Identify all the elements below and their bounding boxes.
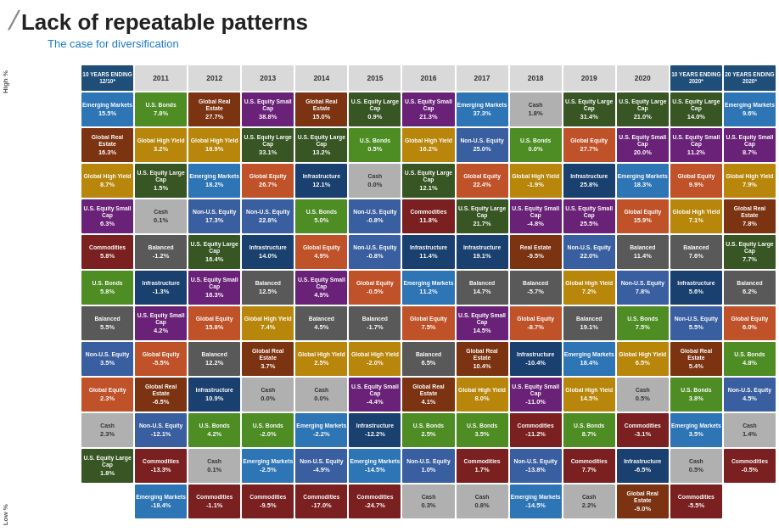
cell-value: 11.4% bbox=[634, 252, 652, 260]
data-cell-r11-c11: Commodities-5.5% bbox=[670, 484, 722, 518]
data-cell-r7-c11: Global Real Estate5.4% bbox=[670, 342, 722, 376]
data-cell-r5-c3: Balanced12.5% bbox=[242, 271, 294, 305]
cell-asset-name: U.S. Equity Large Cap bbox=[136, 170, 186, 183]
data-cell-r3-c6: Commodities11.8% bbox=[402, 199, 454, 233]
cell-asset-name: Emerging Markets bbox=[618, 173, 668, 180]
data-cell-r9-c5: Infrastructure-12.2% bbox=[349, 413, 401, 447]
cell-asset-name: Infrastructure bbox=[196, 387, 233, 394]
cell-value: 0.1% bbox=[207, 466, 221, 473]
row-rank-3 bbox=[19, 199, 80, 233]
data-cell-r10-c9: Commodities7.7% bbox=[563, 449, 615, 483]
cell-asset-name: Emerging Markets bbox=[671, 423, 721, 429]
cell-value: 16.3% bbox=[98, 148, 116, 156]
cell-value: 0.0% bbox=[529, 145, 543, 153]
cell-asset-name: U.S. Bonds bbox=[145, 102, 176, 109]
slash-decoration: / bbox=[7, 7, 21, 34]
cell-value: 7.8% bbox=[636, 288, 650, 295]
data-cell-r4-c9: Non-U.S. Equity22.0% bbox=[563, 235, 615, 269]
data-cell-r1-c3: U.S. Equity Large Cap33.1% bbox=[242, 128, 294, 162]
data-cell-r8-c9: Global High Yield14.5% bbox=[563, 378, 615, 412]
data-cell-r2-c0: Global High Yield8.7% bbox=[81, 164, 133, 198]
cell-value: 15.9% bbox=[634, 216, 652, 224]
cell-asset-name: Balanced bbox=[469, 280, 495, 287]
cell-value: 10.4% bbox=[473, 362, 490, 370]
cell-value: 2.3% bbox=[100, 395, 115, 402]
cell-asset-name: Global Equity bbox=[731, 316, 769, 322]
cell-value: 12.1% bbox=[312, 181, 330, 188]
cell-asset-name: Cash bbox=[529, 102, 543, 109]
cell-value: -2.0% bbox=[367, 359, 384, 367]
cell-asset-name: U.S. Equity Large Cap bbox=[618, 98, 668, 112]
cell-value: -5.5% bbox=[153, 359, 170, 367]
data-cell-r1-c7: Non-U.S. Equity25.0% bbox=[457, 128, 508, 162]
cell-value: 25.5% bbox=[580, 220, 598, 227]
cell-value: 15.5% bbox=[98, 109, 116, 117]
cell-value: 3.8% bbox=[689, 395, 703, 402]
cell-asset-name: Global Equity bbox=[89, 387, 126, 394]
cell-asset-name: Non-U.S. Equity bbox=[353, 209, 396, 216]
cell-value: -0.8% bbox=[367, 216, 384, 224]
cell-asset-name: Global High Yield bbox=[137, 137, 185, 144]
cell-asset-name: Global High Yield bbox=[726, 173, 774, 180]
data-cell-r0-c5: U.S. Equity Large Cap0.9% bbox=[349, 92, 401, 126]
data-cell-r1-c8: U.S. Bonds0.0% bbox=[510, 128, 562, 162]
cell-asset-name: Infrastructure bbox=[249, 244, 287, 251]
cell-value: 0.8% bbox=[475, 501, 490, 509]
cell-value: -12.2% bbox=[365, 430, 385, 438]
data-cell-r9-c10: Commodities-3.1% bbox=[617, 413, 669, 447]
cell-asset-name: Infrastructure bbox=[570, 173, 608, 180]
data-cell-r6-c9: Balanced19.1% bbox=[563, 306, 615, 340]
cell-asset-name: Global Real Estate bbox=[296, 98, 346, 112]
cell-asset-name: Commodities bbox=[571, 458, 608, 465]
cell-asset-name: Commodities bbox=[464, 458, 501, 465]
data-cell-r3-c12: Global Real Estate7.8% bbox=[724, 199, 776, 233]
data-cell-r0-c8: Cash1.8% bbox=[510, 92, 562, 126]
data-cell-r0-c1: U.S. Bonds7.8% bbox=[135, 92, 187, 126]
data-cell-r8-c8: U.S. Equity Small Cap-11.0% bbox=[510, 378, 562, 412]
data-cell-r10-c3: Emerging Markets-2.5% bbox=[242, 449, 294, 483]
cell-value: 8.0% bbox=[475, 395, 490, 402]
cell-asset-name: U.S. Equity Small Cap bbox=[403, 98, 453, 112]
cell-value: -6.5% bbox=[153, 398, 170, 406]
data-cell-r11-c4: Commodities-17.0% bbox=[295, 484, 347, 518]
cell-value: 11.2% bbox=[419, 288, 437, 295]
data-cell-r9-c4: Emerging Markets-2.2% bbox=[295, 413, 347, 447]
cell-value: 21.0% bbox=[634, 113, 652, 120]
data-cell-r8-c12: Non-U.S. Equity4.5% bbox=[724, 378, 776, 412]
cell-asset-name: Balanced bbox=[683, 244, 709, 251]
data-cell-r1-c0: Global Real Estate16.3% bbox=[81, 128, 133, 162]
cell-value: 11.4% bbox=[419, 252, 437, 260]
header: / Lack of repeatable patterns The case f… bbox=[0, 0, 779, 53]
cell-value: 2.5% bbox=[421, 430, 435, 438]
cell-value: 4.8% bbox=[743, 359, 757, 367]
data-cell-r2-c2: Emerging Markets18.2% bbox=[188, 164, 240, 198]
cell-asset-name: Balanced bbox=[630, 244, 655, 251]
cell-asset-name: U.S. Equity Small Cap bbox=[350, 384, 400, 397]
cell-value: 0.5% bbox=[689, 466, 703, 473]
data-cell-r10-c1: Commodities-13.3% bbox=[135, 449, 187, 483]
cell-asset-name: Emerging Markets bbox=[511, 494, 561, 501]
row-rank-0 bbox=[19, 92, 80, 126]
column-header-3: 2013 bbox=[242, 65, 294, 91]
data-cell-r6-c10: U.S. Bonds7.5% bbox=[617, 306, 669, 340]
column-header-4: 2014 bbox=[295, 65, 347, 91]
cell-value: 14.0% bbox=[259, 252, 277, 260]
cell-value: 3.2% bbox=[154, 145, 168, 153]
cell-value: 7.7% bbox=[743, 255, 757, 263]
data-cell-r5-c4: U.S. Equity Small Cap4.9% bbox=[295, 271, 347, 305]
cell-value: 0.9% bbox=[367, 113, 382, 120]
data-cell-r1-c6: Global High Yield16.2% bbox=[402, 128, 454, 162]
data-cell-r8-c1: Global Real Estate-6.5% bbox=[135, 378, 187, 412]
cell-asset-name: U.S. Bonds bbox=[253, 423, 283, 429]
data-cell-r4-c1: Balanced-1.2% bbox=[135, 235, 187, 269]
cell-asset-name: Non-U.S. Equity bbox=[513, 458, 557, 465]
cell-value: 1.5% bbox=[154, 184, 168, 192]
cell-value: 0.3% bbox=[421, 501, 435, 509]
cell-asset-name: Non-U.S. Equity bbox=[139, 423, 182, 429]
cell-asset-name: Non-U.S. Equity bbox=[353, 244, 396, 251]
cell-value: -13.3% bbox=[151, 466, 171, 473]
cell-value: 17.3% bbox=[205, 216, 223, 224]
data-cell-r4-c11: Balanced7.6% bbox=[670, 235, 722, 269]
cell-asset-name: Infrastructure bbox=[463, 244, 501, 251]
data-cell-r6-c11: Non-U.S. Equity5.5% bbox=[670, 306, 722, 340]
